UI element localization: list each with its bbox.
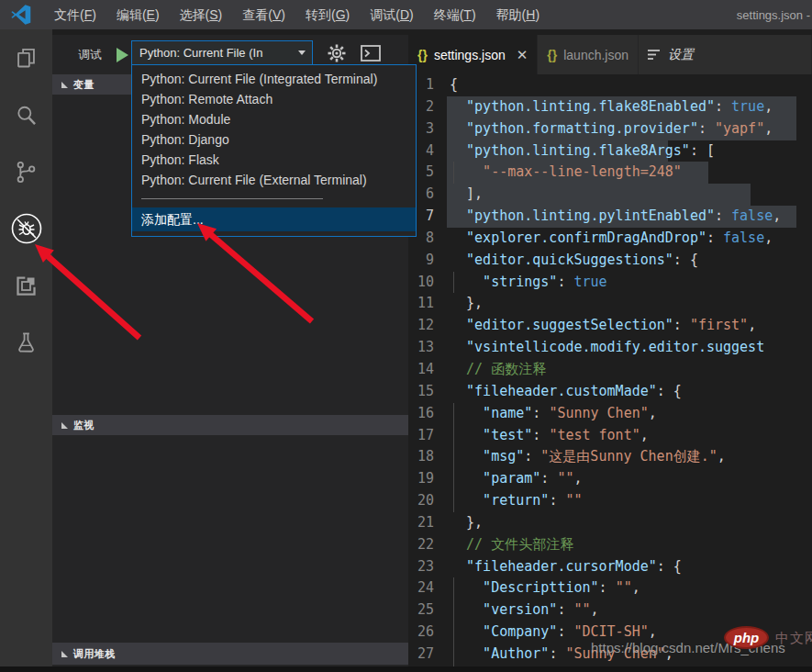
- code-line[interactable]: 4 "python.linting.flake8Args": [: [408, 140, 812, 162]
- debug-config-value: Python: Current File (In: [139, 46, 262, 60]
- line-number: 19: [408, 468, 450, 490]
- dropdown-item[interactable]: Python: Django: [132, 129, 416, 150]
- code-line[interactable]: 7 "python.linting.pylintEnabled": false,: [408, 206, 812, 228]
- dropdown-item[interactable]: Python: Current File (External Terminal): [132, 170, 416, 190]
- menubar-item[interactable]: 查看(V): [232, 0, 295, 29]
- code-line[interactable]: 25 "version": "",: [408, 599, 812, 622]
- section-call-stack[interactable]: 调用堆栈: [52, 643, 408, 665]
- code-line[interactable]: 13 "vsintellicode.modify.editor.suggest: [408, 337, 812, 359]
- dropdown-separator: [141, 198, 323, 199]
- line-number: 26: [408, 622, 450, 644]
- debug-panel-title: 调试: [78, 47, 102, 63]
- menubar-item[interactable]: 转到(G): [295, 0, 360, 29]
- selection-highlight: [447, 184, 751, 206]
- debug-config-dropdown: Python: Current File (Integrated Termina…: [131, 64, 417, 237]
- close-icon[interactable]: ✕: [517, 47, 528, 63]
- tab-settings-ui[interactable]: 设置: [639, 35, 812, 74]
- window-title: settings.json -: [737, 8, 812, 22]
- configure-gear-button[interactable]: [325, 42, 349, 64]
- line-number: 17: [408, 425, 450, 447]
- menu-bar: 文件(F)编辑(E)选择(S)查看(V)转到(G)调试(D)终端(T)帮助(H): [44, 0, 550, 29]
- activity-bar: [0, 29, 52, 672]
- line-number: 10: [408, 272, 450, 294]
- twistie-icon: [61, 422, 68, 429]
- code-line[interactable]: 9 "editor.quickSuggestions": {: [408, 250, 812, 272]
- code-line[interactable]: 6 ],: [408, 184, 812, 206]
- code-line[interactable]: 8 "explorer.confirmDragAndDrop": false,: [408, 228, 812, 250]
- search-icon[interactable]: [0, 86, 52, 143]
- php-logo: php: [724, 626, 769, 649]
- section-watch[interactable]: 监视: [52, 415, 408, 435]
- explorer-icon[interactable]: [0, 29, 52, 86]
- line-number: 11: [408, 293, 450, 315]
- source-control-icon[interactable]: [0, 143, 52, 200]
- bottom-strip: [0, 666, 812, 672]
- code-line[interactable]: 20 "return": "": [408, 490, 812, 512]
- settings-list-icon: [648, 49, 662, 61]
- line-number: 23: [408, 556, 450, 578]
- code-line[interactable]: 10 "strings": true: [408, 272, 812, 294]
- dropdown-items: Python: Current File (Integrated Termina…: [132, 69, 416, 190]
- line-number: 14: [408, 359, 450, 381]
- dropdown-item[interactable]: Python: Remote Attach: [132, 89, 416, 109]
- dropdown-item[interactable]: Python: Current File (Integrated Termina…: [132, 69, 416, 89]
- dropdown-item[interactable]: Python: Module: [132, 109, 416, 129]
- code-line[interactable]: 2 "python.linting.flake8Enabled": true,: [408, 96, 812, 118]
- twistie-icon: [61, 82, 68, 88]
- tab-launch-json[interactable]: {} launch.json: [538, 35, 639, 74]
- extensions-icon[interactable]: [0, 257, 52, 314]
- tab-bar: {} settings.json ✕ {} launch.json 设置: [408, 35, 812, 74]
- line-number: 18: [408, 446, 450, 468]
- menubar-item[interactable]: 编辑(E): [106, 0, 170, 29]
- tab-settings-json[interactable]: {} settings.json ✕: [408, 35, 538, 74]
- code-line[interactable]: 3 "python.formatting.provider": "yapf",: [408, 118, 812, 140]
- json-file-icon: {}: [547, 48, 557, 62]
- code-line[interactable]: 12 "editor.suggestSelection": "first",: [408, 315, 812, 337]
- test-beaker-icon[interactable]: [0, 314, 52, 371]
- start-debug-button[interactable]: [117, 48, 128, 62]
- line-number: 22: [408, 534, 450, 556]
- menubar-item[interactable]: 文件(F): [44, 0, 106, 29]
- dropdown-item[interactable]: Python: Flask: [132, 150, 416, 170]
- menubar-item[interactable]: 帮助(H): [486, 0, 550, 29]
- editor-area: {} settings.json ✕ {} launch.json 设置 1{2…: [408, 29, 812, 672]
- menubar-item[interactable]: 终端(T): [424, 0, 486, 29]
- menubar-item[interactable]: 调试(D): [360, 0, 423, 29]
- chevron-down-icon: [298, 50, 306, 55]
- line-number: 16: [408, 403, 450, 425]
- line-number: 24: [408, 577, 450, 599]
- debug-icon[interactable]: [0, 200, 52, 257]
- code-line[interactable]: 14 // 函数注释: [408, 359, 812, 381]
- code-line[interactable]: 5 "--max--line-length=248": [408, 162, 812, 184]
- twistie-icon: [61, 651, 68, 657]
- gear-icon: [328, 44, 346, 62]
- line-number: 12: [408, 315, 450, 337]
- code-line[interactable]: 18 "msg": "这是由Sunny Chen创建.",: [408, 446, 812, 468]
- code-line[interactable]: 24 "Descripttion": "",: [408, 577, 812, 599]
- debug-config-select[interactable]: Python: Current File (In: [131, 40, 313, 65]
- code-line[interactable]: 1{: [408, 74, 812, 96]
- code-line[interactable]: 19 "param": "",: [408, 468, 812, 490]
- line-number: 15: [408, 381, 450, 403]
- code-line[interactable]: 11 },: [408, 293, 812, 315]
- debug-console-button[interactable]: [359, 43, 383, 63]
- json-file-icon: {}: [417, 48, 428, 62]
- php-logo-suffix: 中文网: [775, 630, 812, 647]
- menubar-item[interactable]: 选择(S): [170, 0, 233, 29]
- code-line[interactable]: 15 "fileheader.customMade": {: [408, 381, 812, 403]
- code-line[interactable]: 16 "name": "Sunny Chen",: [408, 403, 812, 425]
- code-lines: 1{2 "python.linting.flake8Enabled": true…: [408, 74, 812, 672]
- line-number: 20: [408, 490, 450, 512]
- line-number: 13: [408, 337, 450, 359]
- line-number: 21: [408, 512, 450, 534]
- add-configuration-item[interactable]: 添加配置...: [132, 207, 416, 231]
- line-number: 9: [408, 250, 450, 272]
- code-line[interactable]: 21 },: [408, 512, 812, 534]
- line-number: 27: [408, 644, 450, 666]
- code-line[interactable]: 23 "fileheader.cursorMode": {: [408, 556, 812, 578]
- line-number: 25: [408, 599, 450, 622]
- terminal-icon: [361, 45, 381, 62]
- code-line[interactable]: 17 "test": "test font",: [408, 425, 812, 447]
- code-line[interactable]: 22 // 文件头部注释: [408, 534, 812, 556]
- vscode-logo-icon: [11, 5, 31, 25]
